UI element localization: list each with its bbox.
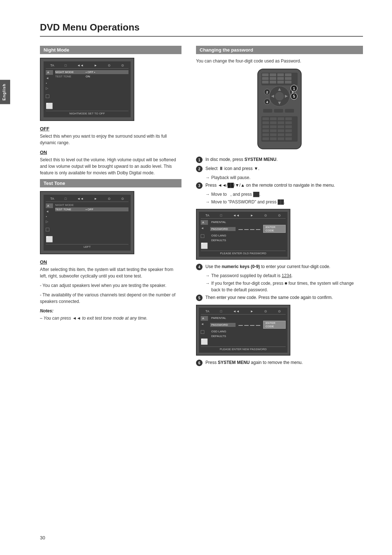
page-title: DVD Menu Operations bbox=[40, 22, 363, 37]
test-row-nightmode: NIGHT MODE bbox=[55, 203, 128, 207]
svg-text:1: 1 bbox=[293, 87, 295, 91]
code-dashes bbox=[238, 228, 260, 230]
on-heading-testtone: ON bbox=[40, 259, 181, 265]
pwd-old-side-icons: A ◄ □ ⬜ bbox=[201, 220, 208, 249]
pwd-new-status: PLEASE ENTER NEW PASSWORD bbox=[201, 347, 286, 351]
enter-code-label: ENTER CODE bbox=[263, 225, 286, 233]
password-old-screen: TA□◄◄►⊙⊙ A ◄ □ ⬜ PARENTAL bbox=[196, 209, 290, 260]
svg-rect-4 bbox=[277, 73, 284, 76]
test-screen-menu-content: NIGHT MODE TEST TONE • OFF bbox=[55, 203, 128, 243]
main-content: Night Mode TA□◄◄►⊙⊙ A ◄ ▪ ▷ □ ⬜ bbox=[40, 46, 363, 368]
step-num-1: 1 bbox=[196, 157, 203, 163]
svg-rect-46 bbox=[262, 129, 269, 132]
step-text-5: Then enter your new code. Press the same… bbox=[205, 294, 363, 301]
page-number: 30 bbox=[40, 535, 45, 540]
password-intro: You can change the four-digit code used … bbox=[196, 58, 363, 64]
on-text-testtone-3: - The availability of the various channe… bbox=[40, 292, 181, 305]
svg-rect-44 bbox=[278, 125, 284, 128]
screen-status-nightmode: NIGHTMODE SET TO OFF bbox=[46, 111, 128, 115]
screen-status-testtone: LEFT bbox=[46, 244, 128, 248]
svg-rect-47 bbox=[270, 129, 277, 132]
svg-rect-30 bbox=[263, 109, 272, 113]
on-heading-nightmode: ON bbox=[40, 150, 181, 155]
language-tab: English bbox=[0, 80, 10, 104]
step-5: 5 Then enter your new code. Press the sa… bbox=[196, 294, 363, 301]
svg-rect-3 bbox=[270, 73, 276, 76]
on-text-testtone-2: - You can adjust speakers level when you… bbox=[40, 282, 181, 289]
night-mode-header: Night Mode bbox=[40, 46, 181, 54]
night-mode-screen: TA□◄◄►⊙⊙ A ◄ ▪ ▷ □ ⬜ NIG bbox=[40, 58, 134, 121]
remote-illustration: 2 3 4 1 5 bbox=[196, 67, 363, 151]
step-2-arrow-1: → Playback will pause. bbox=[205, 174, 363, 181]
step-text-3: Press ◄◄/██/▼/▲ on the remote control to… bbox=[205, 182, 363, 189]
test-tone-header: Test Tone bbox=[40, 179, 181, 187]
svg-rect-32 bbox=[285, 109, 294, 113]
step-num-5: 5 bbox=[196, 295, 203, 301]
step-3-arrow-2: → Move to "PASSWORD" and press ██. bbox=[205, 199, 363, 205]
right-column: Changing the password You can change the… bbox=[196, 46, 363, 368]
svg-rect-7 bbox=[270, 77, 276, 80]
page-container: English DVD Menu Operations Night Mode T… bbox=[0, 0, 392, 555]
svg-text:2: 2 bbox=[266, 90, 268, 94]
svg-rect-36 bbox=[278, 117, 284, 120]
svg-rect-8 bbox=[277, 77, 284, 80]
svg-rect-38 bbox=[262, 121, 269, 124]
svg-rect-49 bbox=[285, 129, 292, 132]
svg-rect-55 bbox=[270, 137, 277, 140]
password-new-screen: TA□◄◄►⊙⊙ A ◄ □ ⬜ PARENTAL bbox=[196, 305, 290, 356]
screen-row-nightmode: NIGHT MODE • OFF • bbox=[55, 70, 128, 74]
new-defaults-row: DEFAULTS bbox=[210, 334, 286, 338]
pwd-new-top-bar: TA□◄◄►⊙⊙ bbox=[201, 309, 286, 315]
svg-rect-6 bbox=[262, 77, 269, 80]
pwd-new-menu: PARENTAL PASSWORD ENTER CODE bbox=[210, 316, 286, 345]
svg-rect-56 bbox=[278, 137, 284, 140]
new-parental-row: PARENTAL bbox=[210, 316, 286, 320]
pwd-old-menu: PARENTAL PASSWORD ENTER CODE bbox=[210, 220, 286, 249]
on-text-testtone-1: After selecting this item, the system wi… bbox=[40, 266, 181, 279]
step-4-arrow-1: → The password supplied by default is 12… bbox=[205, 272, 363, 279]
svg-rect-41 bbox=[285, 121, 292, 124]
svg-rect-42 bbox=[262, 125, 269, 128]
svg-rect-37 bbox=[285, 117, 292, 120]
svg-rect-11 bbox=[270, 81, 276, 84]
pwd-new-side-icons: A ◄ □ ⬜ bbox=[201, 316, 208, 345]
svg-rect-40 bbox=[278, 121, 284, 124]
svg-rect-51 bbox=[270, 133, 277, 136]
step-3: 3 Press ◄◄/██/▼/▲ on the remote control … bbox=[196, 182, 363, 189]
screen-menu-content: NIGHT MODE • OFF • TEST TONE ON bbox=[55, 70, 128, 109]
svg-rect-12 bbox=[277, 81, 284, 84]
step-num-3: 3 bbox=[196, 182, 203, 189]
parental-row: PARENTAL bbox=[210, 220, 286, 224]
test-row-testtone: TEST TONE • OFF bbox=[55, 207, 128, 211]
notes-label: Notes: bbox=[40, 308, 181, 313]
password-header: Changing the password bbox=[196, 46, 363, 54]
password-row: PASSWORD ENTER CODE bbox=[210, 225, 286, 233]
step-3-arrow-1: → Move to , and press ██. bbox=[205, 191, 363, 198]
svg-rect-39 bbox=[270, 121, 277, 124]
new-code-dashes bbox=[238, 324, 260, 326]
screen-row-testtone: TEST TONE ON bbox=[55, 75, 128, 78]
off-heading: OFF bbox=[40, 126, 181, 131]
on-text-nightmode: Select this to level out the volume. Hig… bbox=[40, 157, 181, 176]
step-2: 2 Select ⏸ icon and press ▼. bbox=[196, 165, 363, 172]
screen-top-bar: TA□◄◄►⊙⊙ bbox=[46, 64, 128, 69]
step-num-4: 4 bbox=[196, 264, 203, 270]
step-text-2: Select ⏸ icon and press ▼. bbox=[205, 165, 363, 172]
svg-rect-54 bbox=[262, 137, 269, 140]
step-text-1: In disc mode, press SYSTEM MENU. bbox=[205, 156, 363, 163]
svg-rect-9 bbox=[285, 77, 291, 80]
screen-side-icons: A ◄ ▪ ▷ □ ⬜ bbox=[46, 70, 53, 109]
notes-text: – You can press ◄◄ to exit test tone mod… bbox=[40, 315, 181, 321]
defaults-row: DEFAULTS bbox=[210, 238, 286, 242]
svg-rect-5 bbox=[285, 73, 291, 76]
off-text: Select this when you want to enjoy the s… bbox=[40, 133, 181, 146]
svg-rect-31 bbox=[274, 109, 283, 113]
pwd-old-top-bar: TA□◄◄►⊙⊙ bbox=[201, 214, 286, 219]
new-osd-lang-row: OSD LANG bbox=[210, 329, 286, 333]
left-column: Night Mode TA□◄◄►⊙⊙ A ◄ ▪ ▷ □ ⬜ bbox=[40, 46, 181, 368]
step-6: 6 Press SYSTEM MENU again to remove the … bbox=[196, 359, 363, 366]
svg-rect-34 bbox=[262, 117, 269, 120]
test-tone-screen: TA□◄◄►⊙⊙ A ◄ ▪ ▷ □ ⬜ NIG bbox=[40, 191, 134, 254]
step-text-6: Press SYSTEM MENU again to remove the me… bbox=[205, 359, 363, 366]
test-screen-side-icons: A ◄ ▪ ▷ □ ⬜ bbox=[46, 203, 53, 243]
